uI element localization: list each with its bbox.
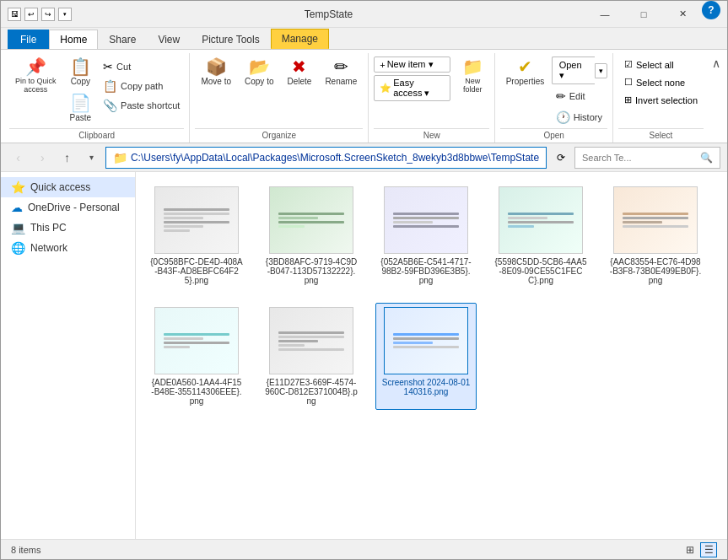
tab-home[interactable]: Home xyxy=(49,30,98,49)
file-item[interactable]: {ADE0A560-1AA4-4F15-B48E-355114306EEE}.p… xyxy=(146,303,247,410)
file-name: {0C958BFC-DE4D-408A-B43F-AD8EBFC64F25}.p… xyxy=(150,257,243,285)
title-bar-left: 🖫 ↩ ↪ ▾ xyxy=(8,8,72,21)
file-area: {0C958BFC-DE4D-408A-B43F-AD8EBFC64F25}.p… xyxy=(136,172,727,539)
copy-label: Copy xyxy=(71,77,90,86)
copy-path-label: Copy path xyxy=(121,81,163,91)
sidebar-item-onedrive[interactable]: ☁ OneDrive - Personal xyxy=(1,197,135,218)
file-name: Screenshot 2024-08-01 140316.png xyxy=(380,378,472,396)
delete-label: Delete xyxy=(287,77,311,86)
file-name: {ADE0A560-1AA4-4F15-B48E-355114306EEE}.p… xyxy=(150,378,243,406)
sidebar-item-this-pc[interactable]: 💻 This PC xyxy=(1,218,135,238)
copy-button[interactable]: 📋 Copy xyxy=(64,55,98,89)
network-icon: 🌐 xyxy=(11,241,25,255)
help-button[interactable]: ? xyxy=(702,1,720,19)
file-thumbnail xyxy=(154,307,239,374)
up-button[interactable]: ↑ xyxy=(57,147,78,169)
select-group: ☑ Select all ☐ Select none ⊞ Invert sele… xyxy=(613,53,709,143)
rename-button[interactable]: ✏ Rename xyxy=(319,55,363,89)
paste-shortcut-button[interactable]: 📎 Paste shortcut xyxy=(99,96,184,115)
cut-icon: ✂ xyxy=(103,60,113,73)
move-to-button[interactable]: 📦 Move to xyxy=(195,55,237,89)
edit-button[interactable]: ✏ Edit xyxy=(552,87,607,105)
file-item[interactable]: {0C958BFC-DE4D-408A-B43F-AD8EBFC64F25}.p… xyxy=(146,182,247,289)
save-icon[interactable]: 🖫 xyxy=(8,8,21,21)
cut-button[interactable]: ✂ Cut xyxy=(99,57,184,76)
address-input[interactable]: 📁 C:\Users\fy\AppData\Local\Packages\Mic… xyxy=(105,147,547,169)
pin-to-quick-access-button[interactable]: 📌 Pin to Quickaccess xyxy=(9,55,62,97)
this-pc-icon: 💻 xyxy=(11,221,25,234)
select-none-label: Select none xyxy=(636,78,685,88)
copy-to-label: Copy to xyxy=(245,77,273,86)
select-all-button[interactable]: ☑ Select all xyxy=(618,57,704,73)
select-buttons: ☑ Select all ☐ Select none ⊞ Invert sele… xyxy=(618,55,704,108)
rename-label: Rename xyxy=(325,77,357,86)
search-icon[interactable]: 🔍 xyxy=(700,152,713,164)
ribbon-expand-button[interactable]: ∧ xyxy=(709,53,724,73)
copy-to-icon: 📂 xyxy=(249,58,270,75)
maximize-button[interactable]: □ xyxy=(624,1,663,28)
edit-label: Edit xyxy=(569,91,585,101)
recent-locations-button[interactable]: ▾ xyxy=(81,147,102,169)
tab-picture-tools[interactable]: Picture Tools xyxy=(191,30,270,49)
details-view-button[interactable]: ☰ xyxy=(700,542,717,557)
organize-label: Organize xyxy=(195,128,363,143)
sidebar-item-network[interactable]: 🌐 Network xyxy=(1,238,135,258)
copy-path-icon: 📋 xyxy=(103,79,117,93)
file-name: {3BD88AFC-9719-4C9D-B047-113D57132222}.p… xyxy=(265,257,358,285)
new-item-icon: + xyxy=(380,60,385,70)
minimize-button[interactable]: — xyxy=(585,1,624,28)
sidebar-item-quick-access[interactable]: ⭐ Quick access xyxy=(1,177,135,197)
file-name: {E11D27E3-669F-4574-960C-D812E371004B}.p… xyxy=(265,378,358,406)
file-item[interactable]: {E11D27E3-669F-4574-960C-D812E371004B}.p… xyxy=(261,303,362,410)
search-box[interactable]: 🔍 xyxy=(574,147,720,169)
item-count: 8 items xyxy=(11,545,40,555)
search-input[interactable] xyxy=(582,153,697,163)
clipboard-group: 📌 Pin to Quickaccess 📋 Copy 📄 Paste ✂ Cu… xyxy=(4,53,190,143)
select-none-button[interactable]: ☐ Select none xyxy=(618,74,704,90)
large-icons-view-button[interactable]: ⊞ xyxy=(682,542,698,557)
back-button[interactable]: ‹ xyxy=(8,147,29,169)
history-button[interactable]: 🕐 History xyxy=(552,108,607,127)
tab-view[interactable]: View xyxy=(147,30,191,49)
copy-to-button[interactable]: 📂 Copy to xyxy=(239,55,279,89)
paste-button[interactable]: 📄 Paste xyxy=(64,91,98,126)
delete-button[interactable]: ✖ Delete xyxy=(281,55,317,89)
tab-manage[interactable]: Manage xyxy=(271,29,329,49)
invert-selection-button[interactable]: ⊞ Invert selection xyxy=(618,92,704,108)
copy-path-button[interactable]: 📋 Copy path xyxy=(99,77,184,95)
tab-file[interactable]: File xyxy=(8,30,49,49)
address-bar: ‹ › ↑ ▾ 📁 C:\Users\fy\AppData\Local\Pack… xyxy=(1,143,727,172)
select-all-icon: ☑ xyxy=(624,59,633,70)
file-item[interactable]: Screenshot 2024-08-01 140316.png xyxy=(375,303,477,410)
file-thumbnail xyxy=(269,307,353,374)
select-none-icon: ☐ xyxy=(624,77,633,88)
new-folder-button[interactable]: 📁 Newfolder xyxy=(456,55,489,97)
new-item-button[interactable]: + New item ▾ xyxy=(374,57,450,73)
invert-icon: ⊞ xyxy=(624,94,632,105)
open-button[interactable]: Open ▾ xyxy=(552,57,595,84)
pin-icon: 📌 xyxy=(25,58,46,75)
edit-icon: ✏ xyxy=(556,89,566,103)
organize-group: 📦 Move to 📂 Copy to ✖ Delete ✏ Rename Or… xyxy=(190,53,369,143)
undo-icon[interactable]: ↩ xyxy=(24,8,38,21)
redo-icon[interactable]: ↪ xyxy=(41,8,55,21)
new-item-label: New item ▾ xyxy=(387,59,434,70)
customize-quick-access-icon[interactable]: ▾ xyxy=(58,8,72,21)
sidebar-item-label: Network xyxy=(30,242,67,254)
file-item[interactable]: {052A5B6E-C541-4717-98B2-59FBD396E3B5}.p… xyxy=(375,182,477,289)
refresh-button[interactable]: ⟳ xyxy=(550,147,571,169)
close-button[interactable]: ✕ xyxy=(663,1,702,28)
file-item[interactable]: {5598C5DD-5CB6-4AA5-8E09-09CE55C1FECC}.p… xyxy=(490,182,591,289)
tab-share[interactable]: Share xyxy=(98,30,147,49)
open-dropdown-button[interactable]: ▾ xyxy=(595,63,607,78)
properties-button[interactable]: ✔ Properties xyxy=(500,55,549,89)
file-thumbnail xyxy=(269,186,353,254)
file-item[interactable]: {3BD88AFC-9719-4C9D-B047-113D57132222}.p… xyxy=(261,182,362,289)
easy-access-icon: ⭐ xyxy=(380,83,391,94)
easy-access-button[interactable]: ⭐ Easy access ▾ xyxy=(374,75,450,101)
file-item[interactable]: {AAC83554-EC76-4D98-B3F8-73B0E499EB0F}.p… xyxy=(605,182,706,289)
thumb-preview xyxy=(270,187,353,253)
paste-label: Paste xyxy=(70,113,92,122)
sidebar-item-label: This PC xyxy=(30,222,67,234)
forward-button[interactable]: › xyxy=(32,147,53,169)
